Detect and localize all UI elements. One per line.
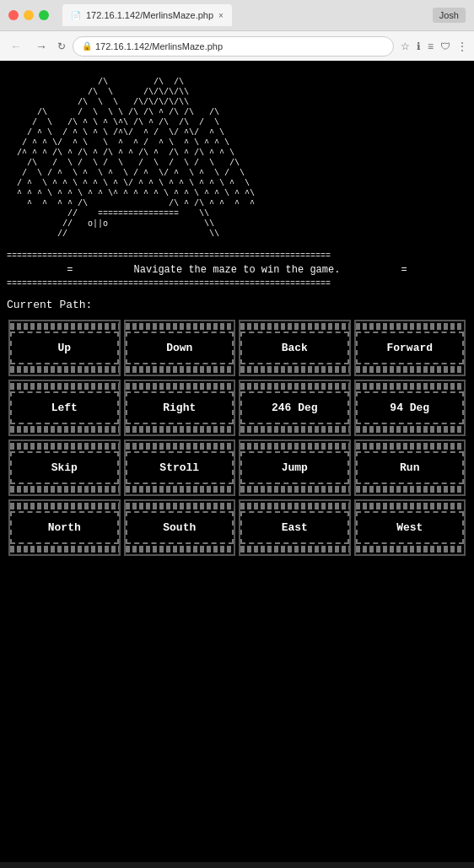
cell-dashes-top xyxy=(126,503,234,509)
browser-chrome: 📄 172.16.1.142/MerlinsMaze.php × Josh ← … xyxy=(0,0,474,61)
skip-button[interactable]: Skip xyxy=(10,451,119,484)
tab-close-button[interactable]: × xyxy=(218,11,224,20)
cell-dashes-bottom xyxy=(10,546,119,553)
94deg-cell: 94 Deg xyxy=(354,380,466,436)
cell-dashes-top xyxy=(356,503,465,509)
cell-dashes-bottom xyxy=(126,366,234,373)
cell-dashes-top xyxy=(240,443,349,450)
cell-dashes-top xyxy=(126,323,234,330)
cell-dashes-bottom xyxy=(356,366,465,373)
cell-dashes-top xyxy=(240,323,349,330)
cell-dashes-top xyxy=(10,323,119,330)
cell-dashes-bottom xyxy=(10,426,119,433)
246deg-cell: 246 Deg xyxy=(239,380,351,436)
tab-page-icon: 📄 xyxy=(71,11,81,20)
right-cell: Right xyxy=(124,380,236,436)
cell-dashes-top xyxy=(10,383,119,390)
94deg-button[interactable]: 94 Deg xyxy=(356,391,465,424)
south-cell: South xyxy=(124,499,236,556)
address-bar: ← → ↻ 🔒 172.16.1.142/MerlinsMaze.php ☆ ℹ… xyxy=(0,30,474,61)
refresh-button[interactable]: ↻ xyxy=(57,40,66,52)
forward-nav-button[interactable]: → xyxy=(32,38,51,55)
button-row-3: Skip Stroll Jump Run xyxy=(7,438,467,498)
skip-cell: Skip xyxy=(8,439,121,496)
profile-button[interactable]: Josh xyxy=(433,8,466,23)
bottom-divider: ========================================… xyxy=(7,279,467,288)
cell-dashes-top xyxy=(126,443,234,450)
up-cell: Up xyxy=(8,320,121,376)
maze-art: /\ /\ /\ /\ \ /\/\/\/\\ /\ \ \ /\/\/\/\/… xyxy=(7,67,467,250)
menu-icon[interactable]: ⋮ xyxy=(457,40,467,52)
north-cell: North xyxy=(8,499,121,556)
jump-cell: Jump xyxy=(239,439,351,496)
cell-dashes-top xyxy=(10,503,119,509)
close-window-button[interactable] xyxy=(8,10,19,20)
left-button[interactable]: Left xyxy=(10,391,119,424)
cell-dashes-bottom xyxy=(10,486,119,493)
stroll-button[interactable]: Stroll xyxy=(126,451,234,484)
run-cell: Run xyxy=(354,439,466,496)
top-divider: ========================================… xyxy=(7,251,467,261)
left-cell: Left xyxy=(8,380,121,436)
cell-dashes-bottom xyxy=(356,486,465,493)
cell-dashes-top xyxy=(356,323,465,330)
cell-dashes-bottom xyxy=(356,426,465,433)
toolbar-icons: ☆ ℹ ≡ 🛡 ⋮ xyxy=(401,40,467,52)
run-button[interactable]: Run xyxy=(356,451,465,484)
tab-title: 172.16.1.142/MerlinsMaze.php xyxy=(86,10,213,20)
url-text: 172.16.1.142/MerlinsMaze.php xyxy=(95,41,223,51)
cell-dashes-bottom xyxy=(240,486,349,493)
page-content: /\ /\ /\ /\ \ /\/\/\/\\ /\ \ \ /\/\/\/\/… xyxy=(0,61,474,862)
cell-dashes-bottom xyxy=(356,546,465,553)
back-cell: Back xyxy=(239,320,351,376)
button-row-2: Left Right 246 Deg 94 Deg xyxy=(7,378,467,438)
east-cell: East xyxy=(239,499,351,556)
north-button[interactable]: North xyxy=(10,511,119,544)
246deg-button[interactable]: 246 Deg xyxy=(240,391,349,424)
list-icon[interactable]: ≡ xyxy=(428,40,434,52)
forward-cell: Forward xyxy=(354,320,466,376)
button-row-1: Up Down Back Forward xyxy=(7,318,467,378)
cell-dashes-bottom xyxy=(240,546,349,553)
button-row-4: North South East West xyxy=(7,498,467,558)
down-button[interactable]: Down xyxy=(126,332,234,364)
east-button[interactable]: East xyxy=(240,511,349,544)
cell-dashes-top xyxy=(240,503,349,509)
cell-dashes-top xyxy=(126,383,234,390)
back-nav-button[interactable]: ← xyxy=(7,38,25,55)
south-button[interactable]: South xyxy=(126,511,234,544)
cell-dashes-top xyxy=(356,443,465,450)
star-icon[interactable]: ☆ xyxy=(401,40,410,52)
cell-dashes-bottom xyxy=(126,486,234,493)
stroll-cell: Stroll xyxy=(124,439,236,496)
lock-icon: 🔒 xyxy=(82,41,92,51)
info-icon[interactable]: ℹ xyxy=(417,40,421,52)
right-button[interactable]: Right xyxy=(126,391,234,424)
button-grid: Up Down Back Forward Lef xyxy=(7,318,467,558)
shield-icon[interactable]: 🛡 xyxy=(440,40,450,52)
west-button[interactable]: West xyxy=(356,511,465,544)
cell-dashes-bottom xyxy=(126,426,234,433)
maximize-window-button[interactable] xyxy=(39,10,49,20)
cell-dashes-bottom xyxy=(240,366,349,373)
minimize-window-button[interactable] xyxy=(24,10,34,20)
tab-area: 📄 172.16.1.142/MerlinsMaze.php × xyxy=(62,4,426,26)
cell-dashes-bottom xyxy=(10,366,119,373)
forward-button[interactable]: Forward xyxy=(356,332,465,364)
down-cell: Down xyxy=(124,320,236,376)
back-button[interactable]: Back xyxy=(240,332,349,364)
cell-dashes-top xyxy=(240,383,349,390)
title-bar: 📄 172.16.1.142/MerlinsMaze.php × Josh xyxy=(0,0,474,30)
current-path-label: Current Path: xyxy=(7,299,467,311)
west-cell: West xyxy=(354,499,466,556)
up-button[interactable]: Up xyxy=(10,332,119,364)
traffic-lights xyxy=(8,10,49,20)
navigate-text: = Navigate the maze to win the game. = xyxy=(7,262,467,278)
cell-dashes-top xyxy=(10,443,119,450)
cell-dashes-bottom xyxy=(240,426,349,433)
url-input[interactable]: 🔒 172.16.1.142/MerlinsMaze.php xyxy=(73,36,394,57)
cell-dashes-top xyxy=(356,383,465,390)
jump-button[interactable]: Jump xyxy=(240,451,349,484)
cell-dashes-bottom xyxy=(126,546,234,553)
browser-tab[interactable]: 📄 172.16.1.142/MerlinsMaze.php × xyxy=(62,4,232,26)
